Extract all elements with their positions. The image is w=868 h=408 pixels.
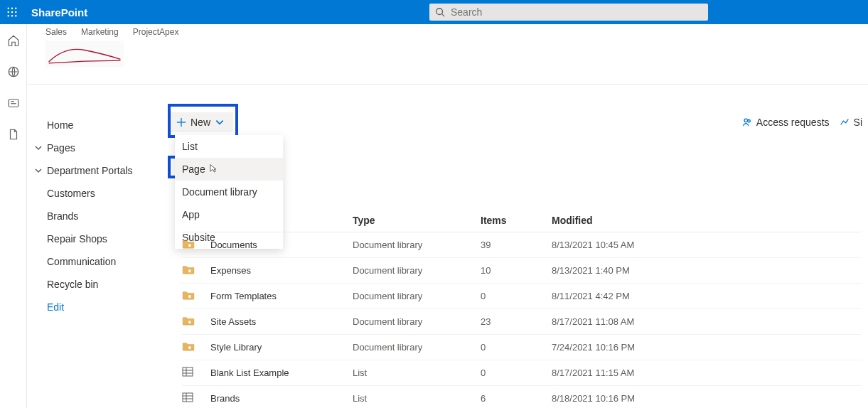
- row-type: Document library: [353, 240, 481, 250]
- row-modified: 8/17/2021 11:08 AM: [552, 316, 680, 327]
- nav-dept-label: Department Portals: [47, 165, 133, 176]
- row-modified: 8/13/2021 1:40 PM: [552, 265, 680, 276]
- menu-item-list[interactable]: List: [175, 135, 283, 158]
- app-launcher-button[interactable]: [0, 0, 24, 24]
- list-icon: [182, 367, 193, 377]
- table-row[interactable]: BrandsList68/18/2021 10:16 PM: [182, 386, 861, 408]
- new-button[interactable]: New: [168, 112, 233, 132]
- svg-rect-24: [188, 346, 191, 349]
- row-items: 0: [481, 342, 552, 353]
- row-name: Expenses: [210, 265, 353, 276]
- svg-point-5: [15, 11, 16, 13]
- search-box[interactable]: [429, 4, 708, 21]
- folder-icon: [182, 316, 195, 326]
- cursor-pointer-icon: [207, 163, 218, 175]
- row-type: Document library: [353, 291, 481, 301]
- people-icon: [742, 117, 752, 127]
- left-rail: [0, 24, 27, 408]
- row-items: 6: [481, 393, 552, 404]
- nav-repair-shops[interactable]: Repair Shops: [27, 227, 168, 250]
- file-icon[interactable]: [7, 128, 20, 141]
- access-requests-label: Access requests: [756, 117, 830, 128]
- list-icon: [182, 392, 193, 402]
- nav-brands[interactable]: Brands: [27, 205, 168, 227]
- menu-item-document-library[interactable]: Document library: [175, 181, 283, 203]
- grid-header: Type Items Modified: [182, 213, 861, 232]
- svg-point-3: [8, 11, 9, 13]
- site-usage-label: Si: [854, 117, 862, 128]
- row-type: Document library: [353, 342, 481, 353]
- svg-line-10: [442, 14, 445, 17]
- topbar: SharePoint: [0, 0, 868, 24]
- table-row[interactable]: Form TemplatesDocument library08/11/2021…: [182, 284, 861, 309]
- table-row[interactable]: Blank List ExampleList08/17/2021 11:15 A…: [182, 360, 861, 386]
- col-header-type[interactable]: Type: [353, 215, 481, 226]
- col-header-modified[interactable]: Modified: [552, 215, 680, 226]
- svg-point-9: [436, 9, 443, 15]
- row-name: Brands: [210, 393, 353, 404]
- site-usage-button[interactable]: Si: [840, 117, 862, 128]
- nav-department-portals[interactable]: Department Portals: [27, 159, 168, 182]
- row-modified: 8/13/2021 10:45 AM: [552, 240, 680, 250]
- command-bar-right: Access requests Si: [742, 107, 868, 138]
- plus-icon: [176, 117, 186, 127]
- svg-rect-25: [183, 367, 193, 376]
- col-header-items[interactable]: Items: [481, 215, 552, 226]
- svg-rect-21: [188, 269, 191, 272]
- row-items: 0: [481, 291, 552, 301]
- folder-icon: [182, 239, 195, 249]
- nav-edit[interactable]: Edit: [27, 296, 168, 318]
- news-icon[interactable]: [7, 97, 20, 109]
- header-link-marketing[interactable]: Marketing: [81, 27, 119, 37]
- svg-point-7: [11, 15, 13, 16]
- header-links: Sales Marketing ProjectApex: [45, 27, 851, 37]
- svg-rect-20: [188, 244, 191, 247]
- svg-rect-15: [45, 41, 124, 68]
- svg-point-4: [11, 11, 13, 13]
- row-type: Document library: [353, 316, 481, 327]
- header-link-projectapex[interactable]: ProjectApex: [133, 27, 179, 37]
- svg-point-19: [748, 120, 751, 123]
- command-bar: New Access requests Si: [168, 107, 868, 138]
- folder-icon: [182, 290, 195, 300]
- site-logo: [45, 40, 851, 70]
- row-modified: 8/18/2021 10:16 PM: [552, 393, 680, 404]
- table-row[interactable]: DocumentsDocument library398/13/2021 10:…: [182, 232, 861, 258]
- chevron-down-icon: [215, 117, 225, 127]
- header-link-sales[interactable]: Sales: [45, 27, 67, 37]
- site-header: Sales Marketing ProjectApex: [27, 24, 868, 85]
- row-modified: 8/17/2021 11:15 AM: [552, 367, 680, 378]
- nav-pages[interactable]: Pages: [27, 136, 168, 159]
- chart-icon: [840, 117, 850, 127]
- svg-point-1: [11, 8, 13, 9]
- nav-customers[interactable]: Customers: [27, 182, 168, 205]
- table-row[interactable]: Site AssetsDocument library238/17/2021 1…: [182, 309, 861, 335]
- nav-home[interactable]: Home: [27, 114, 168, 136]
- car-logo-icon: [45, 40, 124, 68]
- row-name: Style Library: [210, 342, 353, 353]
- menu-item-page-label: Page: [182, 163, 205, 175]
- brand-label: SharePoint: [31, 6, 87, 18]
- home-icon[interactable]: [7, 34, 20, 47]
- row-type: List: [353, 393, 481, 404]
- search-input[interactable]: [451, 6, 702, 18]
- menu-item-page[interactable]: Page: [175, 158, 283, 181]
- nav-communication[interactable]: Communication: [27, 250, 168, 273]
- nav-recycle-bin[interactable]: Recycle bin: [27, 273, 168, 296]
- row-modified: 8/11/2021 4:42 PM: [552, 291, 680, 301]
- table-row[interactable]: Style LibraryDocument library07/24/2021 …: [182, 335, 861, 360]
- row-items: 39: [481, 240, 552, 250]
- search-icon: [435, 7, 445, 17]
- globe-icon[interactable]: [7, 65, 20, 78]
- svg-point-0: [8, 8, 9, 9]
- svg-point-2: [15, 8, 16, 9]
- folder-icon: [182, 341, 195, 351]
- row-items: 0: [481, 367, 552, 378]
- access-requests-button[interactable]: Access requests: [742, 117, 830, 128]
- folder-icon: [182, 264, 195, 274]
- svg-point-8: [15, 15, 16, 16]
- row-name: Site Assets: [210, 316, 353, 327]
- table-row[interactable]: ExpensesDocument library108/13/2021 1:40…: [182, 258, 861, 284]
- svg-point-18: [744, 119, 747, 122]
- row-type: List: [353, 367, 481, 378]
